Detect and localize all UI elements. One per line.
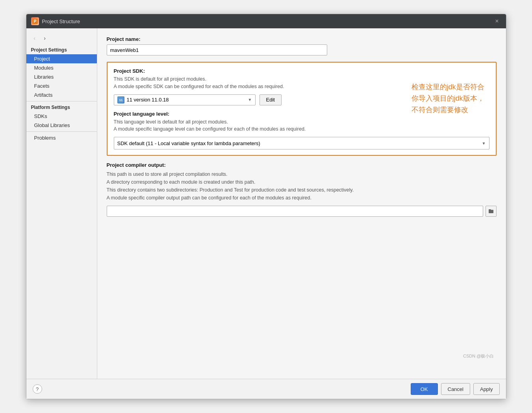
- sidebar-item-project[interactable]: Project: [26, 54, 97, 63]
- sidebar-item-modules[interactable]: Modules: [26, 63, 97, 72]
- title-bar: P Project Structure ×: [26, 14, 506, 28]
- forward-button[interactable]: ›: [41, 34, 49, 42]
- project-name-group: Project name:: [107, 36, 497, 55]
- sdk-version-text: 11 version 11.0.18: [127, 97, 169, 103]
- language-dropdown-arrow: ▼: [482, 141, 486, 146]
- sidebar-divider-1: [26, 101, 97, 101]
- watermark: CSDN @极小白: [463, 353, 494, 359]
- footer-left: ?: [33, 384, 42, 394]
- svg-text:P: P: [33, 19, 36, 24]
- sdk-label: Project SDK:: [114, 68, 489, 74]
- sidebar-item-sdks[interactable]: SDKs: [26, 112, 97, 121]
- annotation-box: 检查这里的jdk是否符合 你导入项目的jdk版本， 不符合则需要修改: [412, 81, 498, 115]
- compiler-description: This path is used to store all project c…: [107, 170, 497, 202]
- dialog-footer: ? OK Cancel Apply: [26, 379, 506, 399]
- folder-browse-button[interactable]: [486, 206, 497, 217]
- language-level-value: SDK default (11 - Local variable syntax …: [117, 140, 260, 146]
- sdk-edit-button[interactable]: Edit: [260, 94, 282, 105]
- sidebar-divider-2: [26, 131, 97, 132]
- project-settings-label: Project Settings: [26, 46, 97, 54]
- sidebar-item-facets[interactable]: Facets: [26, 81, 97, 90]
- sdk-dropdown-arrow: ▼: [248, 98, 252, 102]
- back-button[interactable]: ‹: [30, 34, 39, 42]
- compiler-output-input[interactable]: [107, 206, 483, 217]
- apply-button[interactable]: Apply: [473, 383, 500, 395]
- language-description: This language level is default for all p…: [114, 118, 489, 133]
- cancel-button[interactable]: Cancel: [441, 383, 470, 395]
- nav-toolbar: ‹ ›: [26, 32, 97, 46]
- sdk-dropdown[interactable]: 11 11 version 11.0.18 ▼: [114, 94, 256, 105]
- dialog-body: ‹ › Project Settings Project Modules Lib…: [26, 28, 506, 379]
- sidebar-item-problems[interactable]: Problems: [26, 133, 97, 142]
- svg-text:11: 11: [119, 98, 122, 102]
- language-section: Project language level: This language le…: [114, 111, 489, 150]
- main-content: Project name: Project SDK: This SDK is d…: [97, 28, 506, 379]
- footer-right: OK Cancel Apply: [411, 383, 500, 395]
- app-icon: P: [31, 17, 39, 25]
- compiler-output-label: Project compiler output:: [107, 162, 497, 168]
- language-level-dropdown[interactable]: SDK default (11 - Local variable syntax …: [114, 137, 489, 149]
- help-button[interactable]: ?: [33, 384, 42, 394]
- sidebar-item-artifacts[interactable]: Artifacts: [26, 90, 97, 100]
- platform-settings-label: Platform Settings: [26, 103, 97, 112]
- project-structure-dialog: P Project Structure × ‹ › Project Settin…: [26, 14, 506, 399]
- sdk-version-icon: 11: [117, 96, 124, 103]
- title-bar-left: P Project Structure: [31, 17, 80, 25]
- dialog-title: Project Structure: [42, 18, 80, 24]
- compiler-output-row: [107, 206, 497, 217]
- compiler-section: Project compiler output: This path is us…: [107, 162, 497, 217]
- project-name-input[interactable]: [107, 44, 327, 55]
- sidebar-item-libraries[interactable]: Libraries: [26, 72, 97, 81]
- sidebar: ‹ › Project Settings Project Modules Lib…: [26, 28, 97, 379]
- close-button[interactable]: ×: [493, 17, 501, 26]
- project-name-label: Project name:: [107, 36, 497, 42]
- ok-button[interactable]: OK: [411, 383, 438, 395]
- sidebar-item-global-libraries[interactable]: Global Libraries: [26, 121, 97, 130]
